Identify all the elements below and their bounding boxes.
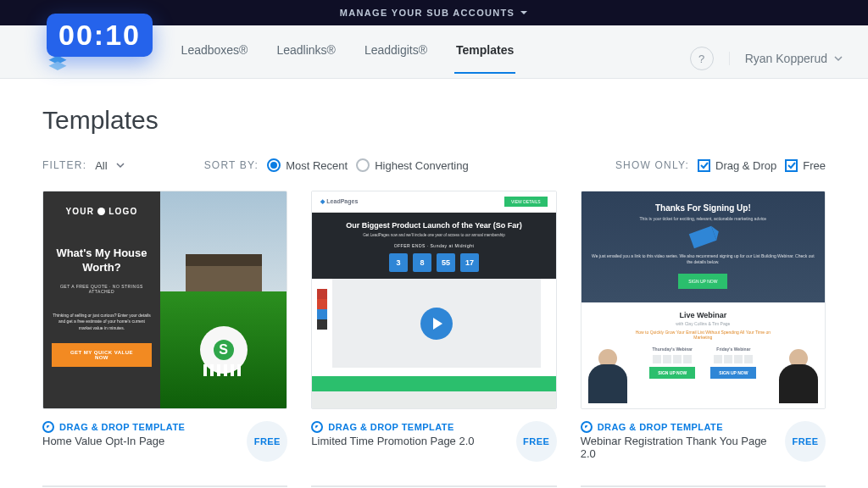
card-tag: DRAG & DROP TEMPLATE [598,422,723,432]
banner-label: MANAGE YOUR SUB ACCOUNTS [340,8,515,18]
radio-icon [267,158,281,172]
svg-marker-2 [49,62,67,71]
template-thumbnail[interactable]: YOURLOGO What's My House Worth? GET A FR… [42,191,287,409]
template-card: LeadPages VIEW DETAILS Our Biggest Produ… [311,191,556,462]
user-name: Ryan Kopperud [745,52,827,65]
next-row-peek [42,485,826,487]
house-icon [186,254,262,291]
template-grid: YOURLOGO What's My House Worth? GET A FR… [42,191,826,462]
preview-cta-button: GET MY QUICK VALUE NOW [52,343,152,367]
preview-countdown: 3 8 55 17 [324,253,543,272]
preview-col-btn: SIGN UP NOW [710,367,756,379]
filter-label: FILTER: [42,159,86,171]
template-card: YOURLOGO What's My House Worth? GET A FR… [42,191,287,462]
help-button[interactable]: ? [690,47,714,70]
dollar-icon: S [214,340,234,360]
preview-sub: This is your ticket for exciting, releva… [592,216,815,221]
template-thumbnail[interactable]: Thanks For Signing Up! This is your tick… [581,191,826,409]
sort-option-label: Most Recent [286,159,348,172]
share-icons [317,289,327,330]
free-badge: FREE [247,421,287,462]
sort-label: SORT BY: [204,159,259,171]
filter-value: All [95,159,107,172]
free-badge: FREE [516,421,557,462]
preview-paragraph: Thinking of selling or just curious? Ent… [52,313,152,332]
filter-bar: FILTER: All SORT BY: Most Recent Highest… [42,158,826,172]
tab-leaddigits[interactable]: Leaddigits® [363,43,429,74]
chevron-down-icon [116,161,125,169]
preview-sub: Get LeadPages now and we'll include one … [324,233,543,238]
user-menu[interactable]: Ryan Kopperud [729,52,843,65]
tab-templates[interactable]: Templates [454,43,515,74]
person-icon [581,349,634,408]
checkbox-icon [698,159,710,172]
page-title: Templates [42,106,826,135]
preview-headline: Our Biggest Product Launch of the Year (… [324,221,543,230]
preview-logo: YOURLOGO [65,207,137,216]
tab-leadboxes[interactable]: Leadboxes® [180,43,250,74]
tab-leadlinks[interactable]: Leadlinks® [275,43,337,74]
card-tag: DRAG & DROP TEMPLATE [328,422,453,432]
show-only-group: SHOW ONLY: Drag & Drop Free [615,159,826,172]
sort-option-label: Highest Converting [375,159,469,172]
value-badge-icon: S [200,326,248,374]
card-name: Webinar Registration Thank You Page 2.0 [581,435,785,460]
preview-live-webinar: Live Webinar [592,311,815,319]
sort-most-recent[interactable]: Most Recent [267,158,348,172]
template-thumbnail[interactable]: LeadPages VIEW DETAILS Our Biggest Produ… [311,191,556,409]
show-only-label: SHOW ONLY: [615,159,689,171]
card-name: Home Value Opt-In Page [42,435,185,447]
show-only-drag-drop[interactable]: Drag & Drop [698,159,776,172]
timer-overlay: 00:10 [47,14,153,57]
check-label: Free [803,159,826,172]
show-only-free[interactable]: Free [785,159,826,172]
drag-drop-icon [311,421,323,433]
preview-corner-cta: VIEW DETAILS [504,197,548,207]
check-label: Drag & Drop [715,159,776,172]
preview-brand: LeadPages [320,198,358,205]
filter-dropdown[interactable]: All [95,159,124,172]
ticket-icon [689,226,716,248]
checkbox-icon [785,159,798,172]
free-badge: FREE [785,421,826,462]
card-tag: DRAG & DROP TEMPLATE [59,422,185,432]
preview-topic: How to Quickly Grow Your Email List With… [626,330,779,340]
chevron-down-icon [520,8,528,17]
preview-col-label: Thursday's Webinar [653,347,693,352]
preview-cta-button: SIGN UP NOW [678,274,727,289]
chevron-down-icon [834,54,843,63]
sort-group: SORT BY: Most Recent Highest Converting [204,158,469,172]
preview-headline: Thanks For Signing Up! [592,203,815,213]
drag-drop-icon [42,421,54,433]
preview-offer-ends: OFFER ENDS · Sunday at Midnight [324,243,543,248]
page-content: Templates FILTER: All SORT BY: Most Rece… [0,79,868,488]
radio-icon [356,158,370,172]
card-name: Limited Time Promotion Page 2.0 [311,435,474,447]
preview-paragraph: We just emailed you a link to this video… [592,253,815,265]
preview-col-label: Friday's Webinar [716,347,750,352]
preview-headline: What's My House Worth? [52,247,152,275]
drag-drop-icon [581,421,593,433]
preview-video [332,279,540,368]
person-icon [772,349,825,408]
preview-cta-bar [312,376,555,391]
play-icon [420,308,453,340]
preview-sub: GET A FREE QUOTE · NO STRINGS ATTACHED [52,284,152,294]
template-card: Thanks For Signing Up! This is your tick… [581,191,826,462]
sort-highest-converting[interactable]: Highest Converting [356,158,469,172]
preview-col-btn: SIGN UP NOW [649,367,695,379]
filter-group: FILTER: All [42,159,125,172]
preview-host-line: with Clay Collins & Tim Page [592,321,815,326]
